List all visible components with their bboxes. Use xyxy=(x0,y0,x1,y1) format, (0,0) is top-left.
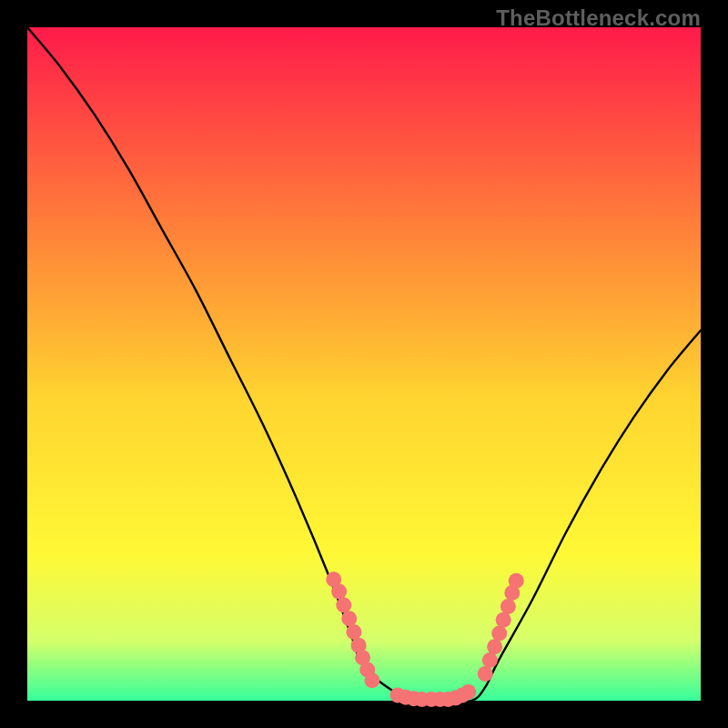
data-dot xyxy=(509,573,524,589)
data-dot xyxy=(331,584,347,600)
bottleneck-curve xyxy=(27,27,701,702)
dots-cluster-bottom xyxy=(390,684,477,707)
data-dot xyxy=(336,597,351,612)
curve-layer xyxy=(27,27,701,701)
data-dot xyxy=(500,599,516,614)
plot-area xyxy=(27,27,701,701)
data-dot xyxy=(341,611,357,626)
data-dot xyxy=(460,684,476,700)
chart-frame: TheBottleneck.com xyxy=(0,0,728,728)
data-dot xyxy=(346,624,361,640)
data-dot xyxy=(364,672,379,688)
data-dot xyxy=(478,666,493,682)
data-dot xyxy=(482,652,498,668)
dots-cluster-left xyxy=(326,571,379,688)
data-dot xyxy=(491,626,507,642)
data-dot xyxy=(496,612,511,628)
data-dot xyxy=(487,639,502,654)
